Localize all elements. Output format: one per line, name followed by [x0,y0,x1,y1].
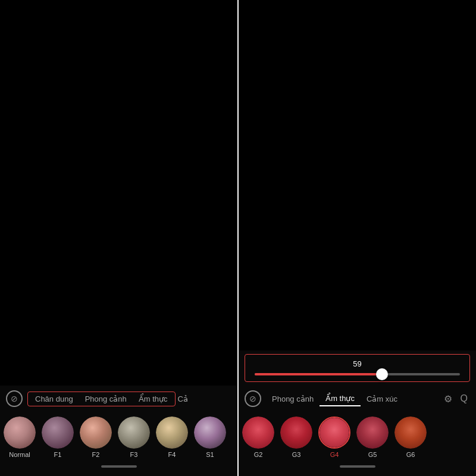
left-filter-tabs: ⊘ Chân dung Phong cảnh Ẩm thực Cả [0,386,237,412]
tab-right-cam-xuc[interactable]: Cảm xúc [361,392,403,406]
filter-g3-thumb [280,416,312,449]
filter-g6-image [394,416,427,449]
filter-f4[interactable]: F4 [156,416,188,458]
right-no-filter-icon[interactable]: ⊘ [245,390,261,407]
tab-right-am-thuc[interactable]: Ẩm thực [320,392,361,406]
filter-g4-label: G4 [330,451,339,458]
filter-f2-label: F2 [92,451,100,458]
filter-normal-image [4,416,36,449]
filter-g6-label: G6 [406,451,415,458]
filter-f4-label: F4 [168,451,176,458]
q-button[interactable]: Q [458,392,470,405]
tab-am-thuc[interactable]: Ẩm thực [133,392,174,406]
left-home-indicator [101,465,137,468]
filter-s1-thumb [194,416,226,449]
filter-g3-image [280,416,312,449]
left-panel: ⊘ Chân dung Phong cảnh Ẩm thực Cả Normal [0,0,237,476]
filter-s1-image [194,416,226,449]
slider-value: 59 [255,359,460,368]
left-filter-strip: Normal F1 F2 F3 [0,412,237,461]
slider-thumb[interactable] [376,368,388,380]
filter-f4-thumb [156,416,188,449]
filter-g2-label: G2 [254,451,263,458]
filter-f3-thumb [118,416,150,449]
left-tab-list: Chân dung Phong cảnh Ẩm thực Cả [27,392,231,406]
tab-right-phong-canh[interactable]: Phong cảnh [266,392,320,406]
filter-f2[interactable]: F2 [80,416,112,458]
filter-f3-label: F3 [130,451,138,458]
filter-g2-image [242,416,274,449]
filter-f4-image [156,416,188,449]
filter-g5-image [356,416,389,449]
filter-s1[interactable]: S1 [194,416,226,458]
right-tab-list: Phong cảnh Ẩm thực Cảm xúc [266,392,441,406]
filter-normal-thumb [4,416,36,449]
filter-f3[interactable]: F3 [118,416,150,458]
filter-g4[interactable]: G4 [318,416,350,458]
filter-normal-label: Normal [9,451,30,458]
right-panel: 59 ⊘ Phong cảnh Ẩm thực Cảm xúc ⚙ Q [239,0,476,476]
left-camera-view [0,0,237,386]
tab-chan-dung[interactable]: Chân dung [29,392,79,406]
filter-f3-image [118,416,150,449]
tab-extras: ⚙ Q [441,392,470,406]
left-bottom-ui: ⊘ Chân dung Phong cảnh Ẩm thực Cả Normal [0,386,237,476]
filter-f2-thumb [80,416,112,449]
no-filter-icon[interactable]: ⊘ [6,390,23,407]
filter-g5-label: G5 [368,451,377,458]
filter-g4-image [320,418,349,447]
right-bottom-ui: 59 ⊘ Phong cảnh Ẩm thực Cảm xúc ⚙ Q [239,350,476,476]
filter-s1-label: S1 [206,451,214,458]
right-camera-view [239,0,476,350]
settings-icon[interactable]: ⚙ [441,392,455,406]
slider-track[interactable] [255,373,460,375]
filter-g3[interactable]: G3 [280,416,312,458]
filter-f2-image [80,416,112,449]
filter-g6-thumb [394,416,427,449]
slider-fill [255,373,382,375]
right-filter-tabs: ⊘ Phong cảnh Ẩm thực Cảm xúc ⚙ Q [239,386,476,412]
filter-f1[interactable]: F1 [42,416,74,458]
filter-normal[interactable]: Normal [4,416,36,458]
filter-g3-label: G3 [292,451,301,458]
filter-g2[interactable]: G2 [242,416,274,458]
filter-f1-image [42,416,74,449]
filter-g4-thumb [318,416,350,449]
filter-g2-thumb [242,416,274,449]
filter-f1-label: F1 [54,451,62,458]
tab-partial[interactable]: Cả [176,392,190,406]
filter-g5[interactable]: G5 [356,416,389,458]
tab-phong-canh[interactable]: Phong cảnh [79,392,133,406]
filter-g6[interactable]: G6 [394,416,427,458]
filter-intensity-slider-area: 59 [245,354,470,382]
filter-f1-thumb [42,416,74,449]
right-filter-strip: G2 G3 G4 G5 [239,412,476,461]
filter-g5-thumb [356,416,389,449]
right-home-indicator [340,465,375,468]
